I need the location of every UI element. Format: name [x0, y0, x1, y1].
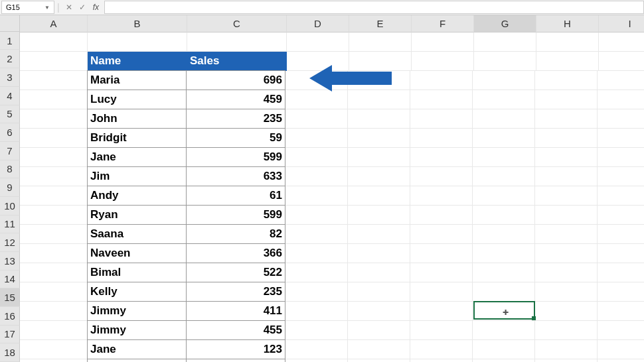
name-cell[interactable]: Jimmy: [87, 320, 187, 340]
row-header[interactable]: 8: [0, 160, 20, 179]
row-header[interactable]: 9: [0, 178, 20, 197]
cell[interactable]: [412, 52, 474, 71]
cell[interactable]: [20, 90, 88, 109]
cell[interactable]: [285, 244, 348, 263]
cell[interactable]: [410, 263, 473, 282]
cell[interactable]: [20, 148, 88, 167]
cell[interactable]: [410, 90, 473, 109]
cell[interactable]: [187, 32, 287, 52]
column-header[interactable]: A: [20, 15, 88, 32]
cell[interactable]: [348, 186, 410, 206]
name-cell[interactable]: Jimmy: [87, 301, 187, 321]
sales-cell[interactable]: 61: [186, 186, 285, 206]
cell[interactable]: [473, 71, 535, 90]
row-header[interactable]: 15: [0, 288, 20, 307]
cell[interactable]: [535, 129, 598, 148]
cell[interactable]: [535, 109, 598, 129]
cell[interactable]: [473, 282, 535, 302]
cell[interactable]: [348, 109, 410, 129]
cell[interactable]: [410, 359, 473, 362]
sales-cell[interactable]: 522: [186, 263, 285, 282]
name-cell[interactable]: Lucy: [87, 90, 187, 109]
cell[interactable]: [410, 148, 473, 167]
sales-cell[interactable]: 455: [186, 320, 285, 340]
column-header[interactable]: G: [474, 15, 536, 32]
column-header[interactable]: F: [412, 15, 474, 32]
cell[interactable]: [285, 302, 348, 321]
cell[interactable]: [535, 167, 598, 186]
name-cell[interactable]: Jane: [87, 339, 187, 359]
cell[interactable]: [598, 340, 644, 359]
cell[interactable]: [348, 206, 410, 225]
name-box[interactable]: G15 ▼: [1, 1, 54, 14]
cell[interactable]: [473, 340, 535, 359]
row-header[interactable]: 16: [0, 307, 20, 326]
column-header[interactable]: C: [187, 15, 287, 32]
cell[interactable]: [535, 359, 598, 362]
cell[interactable]: [535, 282, 598, 302]
cell[interactable]: [348, 225, 410, 244]
cell[interactable]: [535, 321, 598, 340]
row-header[interactable]: 3: [0, 68, 20, 87]
sales-cell[interactable]: 82: [186, 224, 285, 244]
sales-cell[interactable]: 599: [186, 205, 285, 225]
row-header[interactable]: 7: [0, 142, 20, 160]
cell[interactable]: [473, 206, 535, 225]
sales-cell[interactable]: 123: [186, 339, 285, 359]
cell[interactable]: [410, 129, 473, 148]
cell[interactable]: [598, 129, 644, 148]
row-header[interactable]: 12: [0, 233, 20, 252]
cell[interactable]: [473, 359, 535, 362]
cell[interactable]: [473, 167, 535, 186]
name-cell[interactable]: Jane: [87, 147, 187, 167]
cell[interactable]: [535, 71, 598, 90]
cell[interactable]: [598, 167, 644, 186]
cell[interactable]: [285, 321, 348, 340]
cell[interactable]: [535, 148, 598, 167]
cell[interactable]: [348, 167, 410, 186]
sales-cell[interactable]: 633: [186, 166, 285, 186]
cell[interactable]: [473, 263, 535, 282]
cell[interactable]: [410, 167, 473, 186]
cell[interactable]: [473, 321, 535, 340]
cell[interactable]: [598, 109, 644, 129]
cell[interactable]: [20, 302, 88, 321]
cell[interactable]: [20, 109, 88, 129]
sales-cell[interactable]: 599: [186, 147, 285, 167]
cell[interactable]: [598, 244, 644, 263]
cell[interactable]: [285, 129, 348, 148]
cell[interactable]: [348, 282, 410, 302]
cell[interactable]: [20, 225, 88, 244]
cell[interactable]: [535, 90, 598, 109]
cell[interactable]: [285, 225, 348, 244]
confirm-icon[interactable]: ✓: [76, 3, 89, 12]
cell[interactable]: [535, 206, 598, 225]
cell[interactable]: [473, 109, 535, 129]
row-header[interactable]: 4: [0, 87, 20, 105]
cell[interactable]: [536, 32, 599, 52]
column-header[interactable]: H: [536, 15, 599, 32]
cell[interactable]: [20, 244, 88, 263]
cell[interactable]: [410, 186, 473, 206]
cell[interactable]: [348, 321, 410, 340]
name-cell[interactable]: Bimal: [87, 263, 187, 282]
cell[interactable]: [410, 206, 473, 225]
cell[interactable]: [535, 263, 598, 282]
cell[interactable]: [535, 340, 598, 359]
sales-cell[interactable]: 963: [186, 359, 285, 362]
cell[interactable]: [535, 186, 598, 206]
name-cell[interactable]: Bridgit: [87, 128, 187, 148]
cell[interactable]: [285, 340, 348, 359]
sales-cell[interactable]: 235: [186, 282, 285, 302]
row-header[interactable]: 14: [0, 271, 20, 289]
cell[interactable]: [410, 225, 473, 244]
column-header[interactable]: B: [88, 15, 187, 32]
column-header[interactable]: D: [287, 15, 349, 32]
row-header[interactable]: 11: [0, 215, 20, 234]
cell[interactable]: [20, 71, 88, 90]
row-header[interactable]: 1: [0, 32, 20, 50]
cell[interactable]: [348, 148, 410, 167]
cell[interactable]: [410, 340, 473, 359]
grid[interactable]: ABCDEFGHI NameSalesMaria696Lucy459John23…: [20, 15, 644, 362]
sales-cell[interactable]: 696: [186, 70, 285, 90]
